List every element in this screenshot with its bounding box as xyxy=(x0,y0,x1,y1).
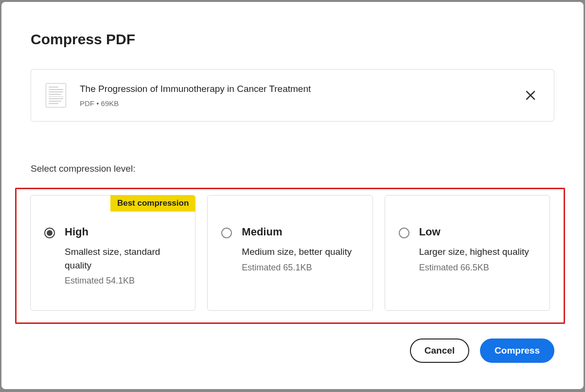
file-meta: PDF • 69KB xyxy=(80,99,508,107)
option-title: Low xyxy=(419,226,536,238)
option-description: Medium size, better quality xyxy=(242,245,358,259)
cancel-button[interactable]: Cancel xyxy=(410,339,469,363)
dialog-title: Compress PDF xyxy=(31,31,554,48)
compress-button[interactable]: Compress xyxy=(480,339,554,363)
dialog-footer: Cancel Compress xyxy=(31,339,554,363)
compression-option-high[interactable]: Best compression High Smallest size, sta… xyxy=(30,195,195,311)
compression-options: Best compression High Smallest size, sta… xyxy=(30,195,550,311)
file-info: The Progression of Immunotherapy in Canc… xyxy=(80,84,508,107)
radio-low[interactable] xyxy=(399,228,409,238)
compression-option-medium[interactable]: Medium Medium size, better quality Estim… xyxy=(207,195,372,311)
option-description: Smallest size, standard quality xyxy=(65,245,181,272)
compress-pdf-dialog: Compress PDF The Progression of Immunoth… xyxy=(1,2,584,389)
option-title: High xyxy=(65,226,181,238)
radio-medium[interactable] xyxy=(221,228,232,238)
radio-high[interactable] xyxy=(44,228,55,238)
option-estimated: Estimated 54.1KB xyxy=(65,276,181,286)
file-thumbnail-icon xyxy=(46,83,66,107)
file-name: The Progression of Immunotherapy in Canc… xyxy=(80,84,508,94)
compression-option-low[interactable]: Low Larger size, highest quality Estimat… xyxy=(385,195,550,311)
best-compression-badge: Best compression xyxy=(110,195,195,212)
option-estimated: Estimated 66.5KB xyxy=(419,263,536,273)
compression-level-label: Select compression level: xyxy=(31,163,554,174)
option-description: Larger size, highest quality xyxy=(419,245,536,259)
remove-file-button[interactable] xyxy=(522,87,539,104)
options-highlight-box: Best compression High Smallest size, sta… xyxy=(15,188,565,324)
option-title: Medium xyxy=(242,226,358,238)
close-icon xyxy=(525,90,536,101)
option-estimated: Estimated 65.1KB xyxy=(242,263,358,273)
file-card: The Progression of Immunotherapy in Canc… xyxy=(31,69,554,122)
